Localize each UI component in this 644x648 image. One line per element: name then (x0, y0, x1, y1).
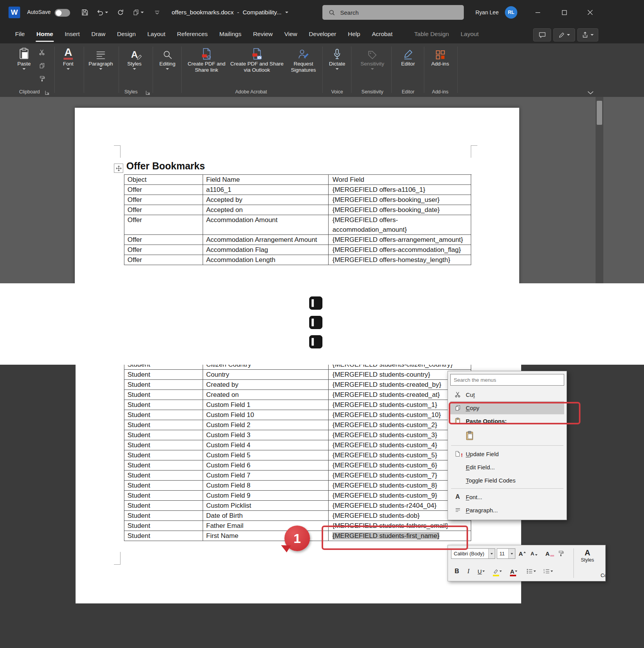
page-top[interactable]: Offer Bookmarks ObjectField NameWord Fie… (75, 108, 519, 283)
table-cell[interactable]: Custom Field 10 (203, 410, 329, 420)
styles-dialog-launcher[interactable] (146, 90, 151, 95)
menu-item-edit-field[interactable]: Edit Field... (450, 460, 564, 474)
copy-quick-button[interactable] (129, 6, 147, 19)
document-title-area[interactable]: offers_bookmarks.docx - Compatibility... (172, 0, 288, 25)
table-cell[interactable]: {MERGEFIELD offers-a1106_1} (329, 185, 471, 195)
bold-button[interactable]: B (452, 565, 462, 577)
table-cell[interactable]: Student (124, 430, 203, 440)
clear-formatting-button[interactable]: A (542, 548, 553, 559)
word-logo-icon[interactable]: W (9, 7, 20, 18)
tab-review[interactable]: Review (247, 25, 279, 43)
tab-acrobat[interactable]: Acrobat (366, 25, 398, 43)
copy-button[interactable] (36, 60, 48, 71)
table-cell[interactable]: Accommodation Arrangement Amount (203, 235, 329, 245)
create-pdf-share-link-button[interactable]: Create PDF and Share link (185, 46, 228, 74)
table-cell[interactable]: Offer (124, 215, 203, 235)
table-cell[interactable]: Custom Field 8 (203, 481, 329, 491)
share-button[interactable] (577, 28, 598, 41)
table-cell[interactable]: Custom Field 7 (203, 470, 329, 481)
addins-button[interactable]: Add-ins (426, 46, 454, 67)
numbering-button[interactable] (541, 565, 556, 577)
highlight-color-button[interactable] (491, 565, 505, 577)
tab-view[interactable]: View (279, 25, 303, 43)
vertical-scrollbar[interactable] (596, 97, 603, 283)
tab-developer[interactable]: Developer (303, 25, 342, 43)
table-cell[interactable]: Student (124, 450, 203, 460)
styles-button[interactable]: A Styles (122, 46, 147, 70)
table-cell[interactable]: Custom Field 3 (203, 430, 329, 440)
mini-styles-button[interactable]: A Styles (577, 550, 598, 563)
table-cell[interactable]: Offer (124, 235, 203, 245)
scrollbar-thumb[interactable] (597, 101, 602, 125)
font-name-combobox[interactable]: Calibri (Body) (451, 548, 495, 559)
tab-layout[interactable]: Layout (141, 25, 171, 43)
comment-button-partial[interactable]: Co (601, 572, 606, 578)
maximize-button[interactable] (555, 0, 573, 25)
table-cell[interactable]: Custom Field 1 (203, 400, 329, 410)
table-cell[interactable]: {MERGEFIELD offers-arrangement_amount} (329, 235, 471, 245)
menu-item-update-field[interactable]: !Update Field (450, 447, 564, 460)
redo-button[interactable] (114, 6, 127, 19)
table-cell[interactable]: Accommodation Flag (203, 245, 329, 255)
table-cell[interactable]: Student (124, 521, 203, 531)
create-pdf-outlook-button[interactable]: Create PDF and Share via Outlook (229, 46, 284, 74)
table-cell[interactable]: Student (124, 380, 203, 390)
underline-button[interactable]: U (475, 565, 487, 577)
collapse-ribbon-button[interactable] (587, 89, 594, 96)
table-cell[interactable]: Student (124, 400, 203, 410)
font-color-button[interactable]: A (507, 565, 521, 577)
comments-button[interactable] (533, 28, 551, 41)
autosave-toggle[interactable] (55, 9, 70, 17)
grow-font-button[interactable]: A (517, 548, 528, 559)
cut-button[interactable] (36, 47, 48, 57)
table-cell[interactable]: Student (124, 470, 203, 481)
table-cell[interactable]: Custom Picklist (203, 501, 329, 511)
table-cell[interactable]: Student (124, 370, 203, 380)
shrink-font-button[interactable]: A (529, 548, 539, 559)
menu-search-input[interactable] (450, 374, 564, 386)
table-cell[interactable]: Custom Field 4 (203, 440, 329, 450)
editing-mode-button[interactable] (553, 28, 575, 41)
mini-format-painter-button[interactable] (555, 548, 567, 559)
paragraph-group-button[interactable]: Paragraph (88, 46, 114, 70)
table-cell[interactable]: Accepted by (203, 195, 329, 205)
table-cell[interactable]: Student (124, 410, 203, 420)
table-cell[interactable]: Accepted on (203, 205, 329, 215)
table-cell[interactable]: Custom Field 2 (203, 420, 329, 430)
table-cell[interactable]: Created on (203, 390, 329, 400)
table-cell[interactable]: Accommodation Amount (203, 215, 329, 235)
table-cell[interactable]: Student (124, 491, 203, 501)
table-cell[interactable]: Student (124, 420, 203, 430)
editing-button[interactable]: Editing (155, 46, 180, 70)
avatar[interactable]: RL (505, 6, 517, 19)
undo-button[interactable] (94, 6, 111, 19)
tab-home[interactable]: Home (31, 25, 59, 43)
menu-item-toggle-field-codes[interactable]: Toggle Field Codes (450, 474, 564, 487)
table-cell[interactable]: Student (124, 460, 203, 470)
format-painter-button[interactable] (36, 74, 48, 84)
tab-references[interactable]: References (171, 25, 214, 43)
close-button[interactable] (581, 0, 599, 25)
table-cell[interactable]: Father Email (203, 521, 329, 531)
table-cell[interactable]: {MERGEFIELD students-citizen_country} (329, 365, 471, 370)
table-cell[interactable]: Created by (203, 380, 329, 390)
table-cell[interactable]: Student (124, 531, 203, 541)
table-cell[interactable]: {MERGEFIELD offers-booking_date} (329, 205, 471, 215)
menu-item-cut[interactable]: Cut (450, 388, 564, 401)
tab-insert[interactable]: Insert (59, 25, 86, 43)
table-cell[interactable]: {MERGEFIELD offers-homestay_length} (329, 255, 471, 265)
table-cell[interactable]: a1106_1 (203, 185, 329, 195)
table-cell[interactable]: Country (203, 370, 329, 380)
table-cell[interactable]: Student (124, 481, 203, 491)
tab-table-design[interactable]: Table Design (408, 25, 455, 43)
customize-quick-access-button[interactable] (151, 6, 163, 19)
dictate-button[interactable]: Dictate (325, 46, 349, 70)
menu-item-font[interactable]: AFont... (450, 490, 564, 503)
table-cell[interactable]: Custom Field 5 (203, 450, 329, 460)
table-cell[interactable]: Custom Field 6 (203, 460, 329, 470)
table-move-handle[interactable] (114, 164, 123, 173)
table-cell[interactable]: Student (124, 511, 203, 521)
table-cell[interactable]: Accommodation Length (203, 255, 329, 265)
font-group-button[interactable]: A Font (57, 46, 79, 70)
table-cell[interactable]: Offer (124, 195, 203, 205)
